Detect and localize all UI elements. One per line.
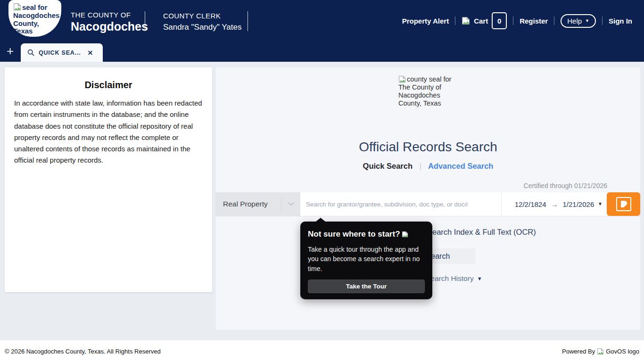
property-alert-link[interactable]: Property Alert	[402, 17, 449, 25]
page-title: Official Records Search	[216, 140, 640, 155]
county-seal-placeholder-main: county seal for The County of Nacogdoche…	[398, 75, 460, 107]
county-label: THE COUNTY OF	[71, 11, 148, 19]
clerk-name: Sandra "Sandy" Yates	[163, 23, 241, 32]
county-title: THE COUNTY OF Nacogdoches	[71, 11, 148, 33]
broken-image-icon	[402, 231, 408, 238]
search-mode-nav: Quick Search | Advanced Search	[216, 162, 640, 171]
category-selected-value: Real Property	[223, 200, 281, 208]
clerk-title: COUNTY CLERK Sandra "Sandy" Yates	[163, 12, 241, 32]
cart-count-badge: 0	[492, 12, 507, 29]
sign-in-link[interactable]: Sign In	[609, 17, 632, 25]
search-history-label: Search History	[426, 274, 474, 283]
date-range-picker[interactable]: 12/2/1824 → 1/21/2026 ▼	[501, 192, 607, 216]
disclaimer-card: Disclaimer In accordance with state law,…	[5, 67, 212, 292]
header-actions: Property Alert Cart 0 Register Help ▼ Si…	[402, 0, 632, 41]
chevron-down-icon: ▼	[585, 19, 589, 23]
header-divider	[248, 11, 248, 31]
action-separator	[513, 16, 513, 25]
cart-broken-image-icon	[462, 16, 470, 25]
certified-through-text: Certified through 01/21/2026	[524, 182, 607, 189]
advanced-search-tab[interactable]: Advanced Search	[428, 162, 493, 170]
tab-label: QUICK SEA...	[39, 49, 81, 56]
header: seal for Nacogdoches County, Texas THE C…	[0, 0, 644, 41]
app: seal for Nacogdoches County, Texas THE C…	[0, 0, 644, 362]
category-dropdown[interactable]: Real Property	[216, 192, 300, 216]
county-seal-placeholder: seal for Nacogdoches County, Texas	[8, 0, 61, 37]
govos-logo-alt-text: GovOS logo	[606, 348, 639, 355]
register-link[interactable]: Register	[520, 17, 548, 25]
chevron-down-icon: ▼	[598, 202, 603, 206]
header-divider	[145, 11, 145, 31]
new-tab-button[interactable]: +	[7, 44, 14, 58]
chevron-down-icon: ▼	[477, 276, 482, 281]
date-from-value[interactable]: 12/2/1824	[515, 200, 546, 208]
broken-image-icon	[398, 75, 406, 83]
broken-image-icon	[13, 3, 21, 11]
chevron-down-icon	[281, 198, 300, 210]
tab-quick-search[interactable]: QUICK SEA... ✕	[21, 43, 103, 62]
search-icon	[27, 49, 34, 56]
disclaimer-text: In accordance with state law, informatio…	[14, 98, 203, 166]
nav-divider: |	[420, 162, 421, 170]
search-history-toggle[interactable]: Search History ▼	[426, 274, 482, 283]
quick-search-tab[interactable]: Quick Search	[363, 162, 413, 170]
search-button-broken-image-icon	[616, 197, 631, 211]
action-separator	[554, 16, 554, 25]
clerk-label: COUNTY CLERK	[163, 12, 241, 20]
tooltip-arrow	[316, 218, 325, 222]
search-scope-label[interactable]: Search Index & Full Text (OCR)	[427, 228, 536, 237]
tour-tooltip: Not sure where to start? Take a quick to…	[300, 222, 432, 299]
date-to-value[interactable]: 1/21/2026	[563, 200, 594, 208]
powered-by: Powered By GovOS logo	[562, 348, 639, 355]
search-submit-button[interactable]	[607, 192, 640, 216]
cart-label: Cart	[474, 17, 488, 25]
take-the-tour-button[interactable]: Take the Tour	[308, 280, 425, 293]
search-input[interactable]	[300, 192, 501, 216]
tooltip-body: Take a quick tour through the app and yo…	[308, 245, 425, 273]
seal-alt-text: county seal for The County of Nacogdoche…	[398, 75, 451, 107]
search-bar: Real Property 12/2/1824 → 1/21/2026 ▼	[216, 192, 640, 216]
action-separator	[602, 16, 603, 25]
close-icon[interactable]: ✕	[87, 49, 93, 57]
tooltip-title: Not sure where to start?	[308, 230, 425, 239]
tooltip-title-text: Not sure where to start?	[308, 230, 400, 239]
help-label: Help	[567, 17, 582, 25]
arrow-right-icon: →	[551, 200, 558, 208]
help-dropdown[interactable]: Help ▼	[561, 14, 596, 28]
tab-bar: + QUICK SEA... ✕	[0, 41, 644, 62]
disclaimer-title: Disclaimer	[5, 80, 212, 90]
footer: © 2026 Nacogdoches County, Texas. All Ri…	[0, 340, 644, 362]
cart-button[interactable]: Cart 0	[462, 12, 507, 29]
govos-broken-image-icon	[597, 348, 604, 355]
county-name: Nacogdoches	[71, 20, 148, 33]
action-separator	[455, 16, 455, 25]
powered-by-label: Powered By	[562, 348, 595, 355]
copyright-text: © 2026 Nacogdoches County, Texas. All Ri…	[5, 348, 161, 355]
